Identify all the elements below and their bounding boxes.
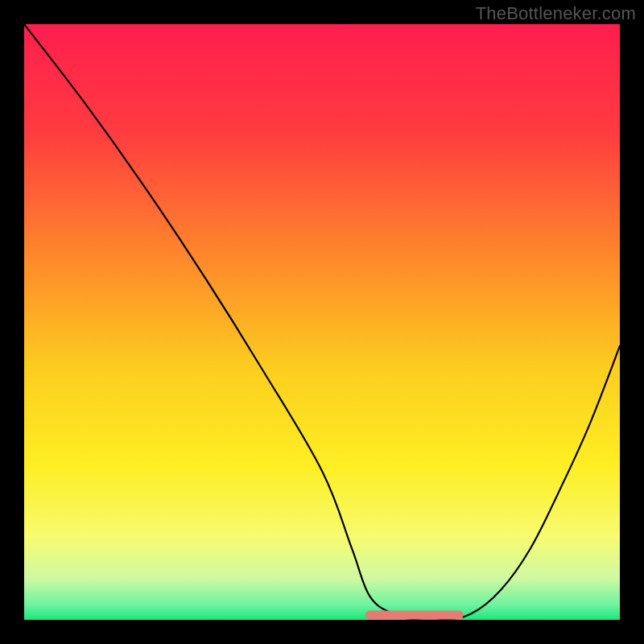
chart-frame: TheBottleneker.com	[0, 0, 644, 644]
watermark-text: TheBottleneker.com	[476, 3, 636, 24]
curve-layer	[24, 24, 620, 620]
bottleneck-curve	[24, 24, 620, 620]
plot-area	[24, 24, 620, 620]
